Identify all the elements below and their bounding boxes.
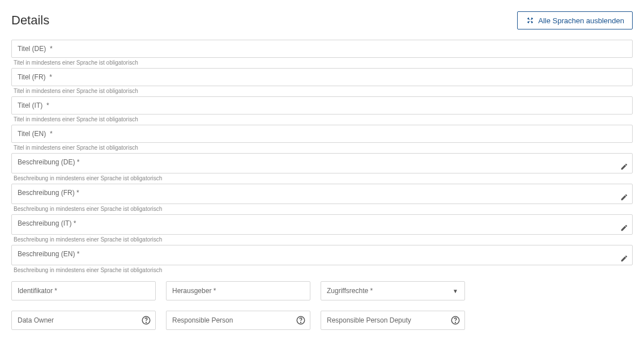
description-en-hint: Beschreibung in mindestens einer Sprache…	[11, 266, 633, 276]
collapse-languages-button[interactable]: Alle Sprachen ausblenden	[517, 11, 633, 29]
edit-icon[interactable]	[620, 193, 628, 201]
edit-icon[interactable]	[620, 163, 628, 171]
description-en-field[interactable]: Beschreibung (EN) *	[11, 245, 633, 265]
collapse-languages-label: Alle Sprachen ausblenden	[538, 16, 624, 25]
description-de-field[interactable]: Beschreibung (DE) *	[11, 153, 633, 173]
identifier-field[interactable]	[11, 281, 156, 300]
description-fr-field[interactable]: Beschreibung (FR) *	[11, 184, 633, 204]
data-owner-field[interactable]	[11, 311, 156, 330]
title-fr-hint: Titel in mindestens einer Sprache ist ob…	[11, 87, 633, 96]
description-it-field[interactable]: Beschreibung (IT) *	[11, 214, 633, 235]
help-icon[interactable]	[141, 315, 151, 325]
responsible-person-field[interactable]	[166, 311, 310, 330]
description-de-placeholder: Beschreibung (DE) *	[18, 158, 79, 166]
description-fr-placeholder: Beschreibung (FR) *	[18, 189, 79, 197]
title-de-field[interactable]	[11, 40, 633, 58]
help-icon[interactable]	[450, 315, 460, 325]
edit-icon[interactable]	[620, 255, 628, 262]
svg-point-5	[455, 322, 456, 323]
help-icon[interactable]	[296, 315, 306, 325]
svg-point-3	[301, 322, 301, 323]
title-it-field[interactable]	[11, 96, 633, 115]
description-en-placeholder: Beschreibung (EN) *	[18, 250, 79, 258]
title-en-field[interactable]	[11, 125, 633, 143]
description-it-hint: Beschreibung in mindestens einer Sprache…	[11, 235, 633, 245]
edit-icon[interactable]	[620, 224, 628, 232]
description-de-hint: Beschreibung in mindestens einer Sprache…	[11, 174, 633, 184]
title-de-hint: Titel in mindestens einer Sprache ist ob…	[11, 58, 633, 68]
responsible-person-deputy-field[interactable]	[321, 311, 465, 330]
description-fr-hint: Beschreibung in mindestens einer Sprache…	[11, 205, 633, 214]
page-title: Details	[11, 13, 49, 28]
description-it-placeholder: Beschreibung (IT) *	[18, 219, 76, 227]
title-it-hint: Titel in mindestens einer Sprache ist ob…	[11, 115, 633, 125]
title-fr-field[interactable]	[11, 68, 633, 86]
publisher-field[interactable]	[166, 281, 310, 300]
access-rights-select[interactable]	[321, 281, 465, 300]
svg-point-1	[146, 322, 147, 323]
collapse-icon	[526, 16, 535, 25]
title-en-hint: Titel in mindestens einer Sprache ist ob…	[11, 143, 633, 153]
chevron-down-icon: ▼	[453, 288, 458, 294]
